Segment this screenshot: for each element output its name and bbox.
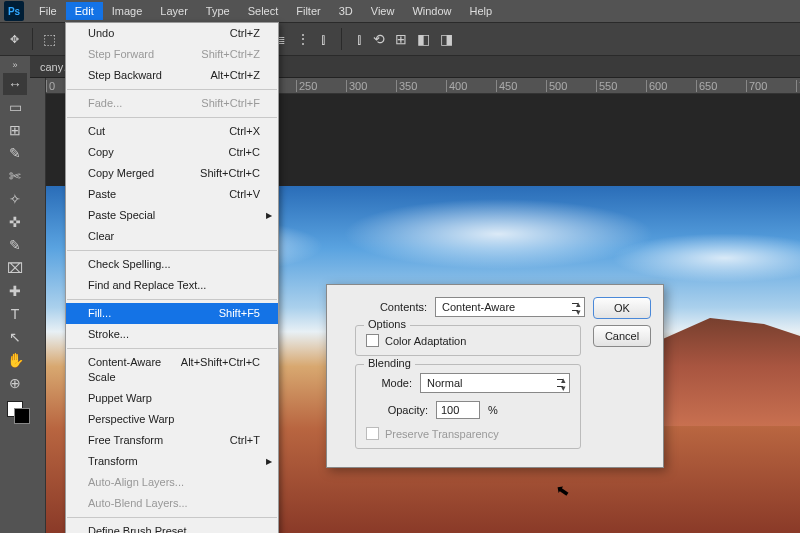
menu-help[interactable]: Help — [461, 2, 502, 20]
ruler-tick: 350 — [396, 80, 417, 92]
menu-item-perspective-warp[interactable]: Perspective Warp — [66, 409, 278, 430]
menu-item-auto-blend-layers: Auto-Blend Layers... — [66, 493, 278, 514]
dropdown-caret-icon: ▴▾ — [561, 376, 566, 392]
menu-item-undo[interactable]: UndoCtrl+Z — [66, 23, 278, 44]
tool-12[interactable]: ✋ — [3, 349, 27, 371]
ruler-tick: 250 — [296, 80, 317, 92]
tool-10[interactable]: T — [3, 303, 27, 325]
option-icon-11[interactable]: ⫿ — [320, 32, 327, 46]
menu-item-step-backward[interactable]: Step BackwardAlt+Ctrl+Z — [66, 65, 278, 86]
menu-item-label: Copy — [88, 145, 114, 160]
menu-item-label: Paste — [88, 187, 116, 202]
menu-item-free-transform[interactable]: Free TransformCtrl+T — [66, 430, 278, 451]
menu-item-check-spelling[interactable]: Check Spelling... — [66, 254, 278, 275]
menu-file[interactable]: File — [30, 2, 66, 20]
ok-button[interactable]: OK — [593, 297, 651, 319]
panel-grip-icon: » — [12, 60, 17, 70]
menu-item-transform[interactable]: Transform — [66, 451, 278, 472]
menu-filter[interactable]: Filter — [287, 2, 329, 20]
menu-3d[interactable]: 3D — [330, 2, 362, 20]
tool-1[interactable]: ▭ — [3, 96, 27, 118]
dropdown-caret-icon: ▴▾ — [576, 300, 581, 316]
menu-item-cut[interactable]: CutCtrl+X — [66, 121, 278, 142]
option-icon-13[interactable]: ⟲ — [373, 32, 385, 46]
menu-item-stroke[interactable]: Stroke... — [66, 324, 278, 345]
menu-select[interactable]: Select — [239, 2, 288, 20]
preserve-transparency-checkbox: Preserve Transparency — [366, 427, 570, 440]
option-icon-10[interactable]: ⋮ — [296, 32, 310, 46]
tool-11[interactable]: ↖ — [3, 326, 27, 348]
menu-item-auto-align-layers: Auto-Align Layers... — [66, 472, 278, 493]
move-tool-icon: ✥ — [6, 31, 22, 47]
menu-item-label: Auto-Align Layers... — [88, 475, 184, 490]
menu-item-puppet-warp[interactable]: Puppet Warp — [66, 388, 278, 409]
menu-item-label: Find and Replace Text... — [88, 278, 206, 293]
ruler-tick: 550 — [596, 80, 617, 92]
menu-type[interactable]: Type — [197, 2, 239, 20]
menu-separator — [67, 517, 277, 518]
menu-item-step-forward: Step ForwardShift+Ctrl+Z — [66, 44, 278, 65]
menu-separator — [67, 250, 277, 251]
tool-4[interactable]: ✄ — [3, 165, 27, 187]
preserve-transparency-label: Preserve Transparency — [385, 428, 499, 440]
opacity-input[interactable]: 100 — [436, 401, 480, 419]
menu-item-paste-special[interactable]: Paste Special — [66, 205, 278, 226]
checkbox-icon[interactable] — [366, 334, 379, 347]
ruler-tick: 650 — [696, 80, 717, 92]
menu-image[interactable]: Image — [103, 2, 152, 20]
ruler-tick: 300 — [346, 80, 367, 92]
menu-item-copy-merged[interactable]: Copy MergedShift+Ctrl+C — [66, 163, 278, 184]
menu-item-label: Step Backward — [88, 68, 162, 83]
menu-item-clear[interactable]: Clear — [66, 226, 278, 247]
menu-view[interactable]: View — [362, 2, 404, 20]
menu-layer[interactable]: Layer — [151, 2, 197, 20]
color-swatches[interactable] — [7, 401, 23, 417]
app-logo: Ps — [4, 1, 24, 21]
opacity-unit: % — [488, 404, 498, 416]
cancel-button[interactable]: Cancel — [593, 325, 651, 347]
menu-item-fill[interactable]: Fill...Shift+F5 — [66, 303, 278, 324]
menu-separator — [67, 299, 277, 300]
menubar: Ps FileEditImageLayerTypeSelectFilter3DV… — [0, 0, 800, 22]
option-icon-14[interactable]: ⊞ — [395, 32, 407, 46]
menu-item-shortcut: Shift+F5 — [219, 306, 260, 321]
menu-item-find-and-replace-text[interactable]: Find and Replace Text... — [66, 275, 278, 296]
menu-item-paste[interactable]: PasteCtrl+V — [66, 184, 278, 205]
color-adaptation-checkbox[interactable]: Color Adaptation — [366, 334, 570, 347]
mode-select[interactable]: Normal ▴▾ — [420, 373, 570, 393]
contents-select[interactable]: Content-Aware ▴▾ — [435, 297, 585, 317]
tool-7[interactable]: ✎ — [3, 234, 27, 256]
tool-5[interactable]: ✧ — [3, 188, 27, 210]
menu-item-shortcut: Shift+Ctrl+F — [201, 96, 260, 111]
menu-item-copy[interactable]: CopyCtrl+C — [66, 142, 278, 163]
menu-item-define-brush-preset[interactable]: Define Brush Preset... — [66, 521, 278, 533]
tool-0[interactable]: ↔ — [3, 73, 27, 95]
menu-item-label: Fill... — [88, 306, 111, 321]
menu-item-label: Puppet Warp — [88, 391, 152, 406]
vertical-ruler — [30, 78, 46, 533]
menu-item-shortcut: Ctrl+T — [230, 433, 260, 448]
tool-6[interactable]: ✜ — [3, 211, 27, 233]
tool-13[interactable]: ⊕ — [3, 372, 27, 394]
ruler-tick: 750 — [796, 80, 800, 92]
tool-8[interactable]: ⌧ — [3, 257, 27, 279]
tool-3[interactable]: ✎ — [3, 142, 27, 164]
option-icon-12[interactable]: ⫿ — [356, 32, 363, 46]
menu-item-label: Check Spelling... — [88, 257, 171, 272]
contents-label: Contents: — [339, 301, 435, 313]
menu-item-label: Copy Merged — [88, 166, 154, 181]
ruler-tick: 0 — [46, 80, 55, 92]
menu-item-content-aware-scale[interactable]: Content-Aware ScaleAlt+Shift+Ctrl+C — [66, 352, 278, 388]
menu-separator — [67, 89, 277, 90]
tool-9[interactable]: ✚ — [3, 280, 27, 302]
color-adaptation-label: Color Adaptation — [385, 335, 466, 347]
menu-edit[interactable]: Edit — [66, 2, 103, 20]
option-icon-0[interactable]: ⬚ — [43, 32, 56, 46]
option-icon-16[interactable]: ◨ — [440, 32, 453, 46]
menu-item-shortcut: Ctrl+X — [229, 124, 260, 139]
menu-window[interactable]: Window — [403, 2, 460, 20]
menu-item-label: Stroke... — [88, 327, 129, 342]
option-icon-15[interactable]: ◧ — [417, 32, 430, 46]
menu-item-shortcut: Shift+Ctrl+Z — [201, 47, 260, 62]
tool-2[interactable]: ⊞ — [3, 119, 27, 141]
